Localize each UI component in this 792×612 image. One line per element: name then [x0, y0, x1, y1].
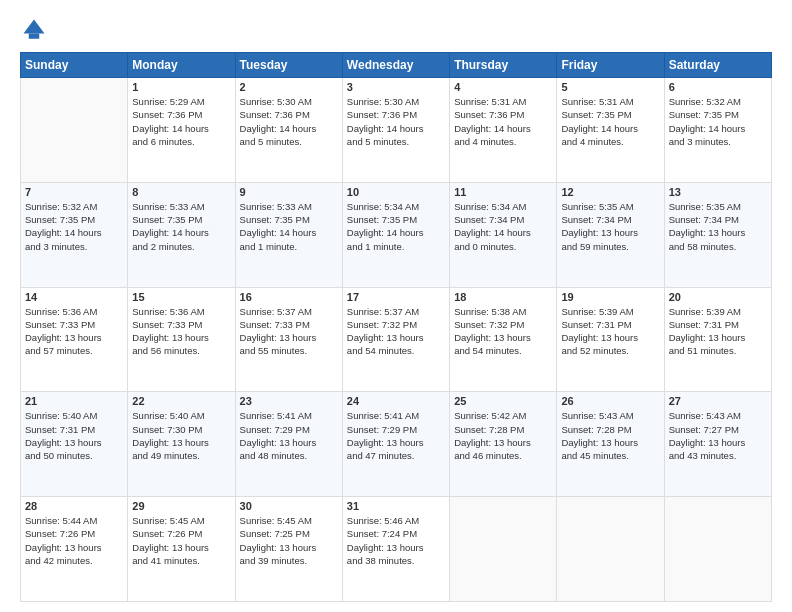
weekday-header-sunday: Sunday	[21, 53, 128, 78]
day-cell: 24Sunrise: 5:41 AM Sunset: 7:29 PM Dayli…	[342, 392, 449, 497]
day-cell: 14Sunrise: 5:36 AM Sunset: 7:33 PM Dayli…	[21, 287, 128, 392]
day-number: 21	[25, 395, 123, 407]
day-info: Sunrise: 5:30 AM Sunset: 7:36 PM Dayligh…	[347, 95, 445, 148]
day-info: Sunrise: 5:41 AM Sunset: 7:29 PM Dayligh…	[240, 409, 338, 462]
day-cell: 26Sunrise: 5:43 AM Sunset: 7:28 PM Dayli…	[557, 392, 664, 497]
day-cell: 22Sunrise: 5:40 AM Sunset: 7:30 PM Dayli…	[128, 392, 235, 497]
day-number: 27	[669, 395, 767, 407]
day-cell: 18Sunrise: 5:38 AM Sunset: 7:32 PM Dayli…	[450, 287, 557, 392]
day-number: 19	[561, 291, 659, 303]
weekday-header-friday: Friday	[557, 53, 664, 78]
day-number: 11	[454, 186, 552, 198]
week-row-1: 1Sunrise: 5:29 AM Sunset: 7:36 PM Daylig…	[21, 78, 772, 183]
day-number: 14	[25, 291, 123, 303]
header	[20, 16, 772, 44]
day-number: 9	[240, 186, 338, 198]
day-info: Sunrise: 5:32 AM Sunset: 7:35 PM Dayligh…	[669, 95, 767, 148]
weekday-header-row: SundayMondayTuesdayWednesdayThursdayFrid…	[21, 53, 772, 78]
day-number: 24	[347, 395, 445, 407]
day-cell: 15Sunrise: 5:36 AM Sunset: 7:33 PM Dayli…	[128, 287, 235, 392]
day-info: Sunrise: 5:40 AM Sunset: 7:31 PM Dayligh…	[25, 409, 123, 462]
day-cell: 13Sunrise: 5:35 AM Sunset: 7:34 PM Dayli…	[664, 182, 771, 287]
day-info: Sunrise: 5:34 AM Sunset: 7:35 PM Dayligh…	[347, 200, 445, 253]
day-cell: 7Sunrise: 5:32 AM Sunset: 7:35 PM Daylig…	[21, 182, 128, 287]
day-number: 10	[347, 186, 445, 198]
day-cell: 19Sunrise: 5:39 AM Sunset: 7:31 PM Dayli…	[557, 287, 664, 392]
day-info: Sunrise: 5:30 AM Sunset: 7:36 PM Dayligh…	[240, 95, 338, 148]
day-info: Sunrise: 5:46 AM Sunset: 7:24 PM Dayligh…	[347, 514, 445, 567]
day-cell: 27Sunrise: 5:43 AM Sunset: 7:27 PM Dayli…	[664, 392, 771, 497]
week-row-3: 14Sunrise: 5:36 AM Sunset: 7:33 PM Dayli…	[21, 287, 772, 392]
day-info: Sunrise: 5:45 AM Sunset: 7:25 PM Dayligh…	[240, 514, 338, 567]
day-info: Sunrise: 5:43 AM Sunset: 7:27 PM Dayligh…	[669, 409, 767, 462]
day-info: Sunrise: 5:41 AM Sunset: 7:29 PM Dayligh…	[347, 409, 445, 462]
day-info: Sunrise: 5:44 AM Sunset: 7:26 PM Dayligh…	[25, 514, 123, 567]
day-info: Sunrise: 5:29 AM Sunset: 7:36 PM Dayligh…	[132, 95, 230, 148]
day-number: 28	[25, 500, 123, 512]
day-number: 26	[561, 395, 659, 407]
day-cell: 3Sunrise: 5:30 AM Sunset: 7:36 PM Daylig…	[342, 78, 449, 183]
day-info: Sunrise: 5:35 AM Sunset: 7:34 PM Dayligh…	[669, 200, 767, 253]
day-cell: 20Sunrise: 5:39 AM Sunset: 7:31 PM Dayli…	[664, 287, 771, 392]
day-info: Sunrise: 5:45 AM Sunset: 7:26 PM Dayligh…	[132, 514, 230, 567]
day-cell: 1Sunrise: 5:29 AM Sunset: 7:36 PM Daylig…	[128, 78, 235, 183]
day-info: Sunrise: 5:38 AM Sunset: 7:32 PM Dayligh…	[454, 305, 552, 358]
day-info: Sunrise: 5:32 AM Sunset: 7:35 PM Dayligh…	[25, 200, 123, 253]
day-cell: 21Sunrise: 5:40 AM Sunset: 7:31 PM Dayli…	[21, 392, 128, 497]
day-number: 5	[561, 81, 659, 93]
day-cell: 17Sunrise: 5:37 AM Sunset: 7:32 PM Dayli…	[342, 287, 449, 392]
day-number: 6	[669, 81, 767, 93]
day-cell: 6Sunrise: 5:32 AM Sunset: 7:35 PM Daylig…	[664, 78, 771, 183]
day-info: Sunrise: 5:36 AM Sunset: 7:33 PM Dayligh…	[25, 305, 123, 358]
day-cell: 5Sunrise: 5:31 AM Sunset: 7:35 PM Daylig…	[557, 78, 664, 183]
day-number: 8	[132, 186, 230, 198]
day-info: Sunrise: 5:33 AM Sunset: 7:35 PM Dayligh…	[132, 200, 230, 253]
day-info: Sunrise: 5:34 AM Sunset: 7:34 PM Dayligh…	[454, 200, 552, 253]
calendar-table: SundayMondayTuesdayWednesdayThursdayFrid…	[20, 52, 772, 602]
day-number: 12	[561, 186, 659, 198]
day-number: 16	[240, 291, 338, 303]
day-info: Sunrise: 5:31 AM Sunset: 7:36 PM Dayligh…	[454, 95, 552, 148]
day-cell: 30Sunrise: 5:45 AM Sunset: 7:25 PM Dayli…	[235, 497, 342, 602]
day-number: 13	[669, 186, 767, 198]
weekday-header-tuesday: Tuesday	[235, 53, 342, 78]
day-cell: 4Sunrise: 5:31 AM Sunset: 7:36 PM Daylig…	[450, 78, 557, 183]
day-info: Sunrise: 5:42 AM Sunset: 7:28 PM Dayligh…	[454, 409, 552, 462]
weekday-header-wednesday: Wednesday	[342, 53, 449, 78]
day-number: 2	[240, 81, 338, 93]
day-info: Sunrise: 5:39 AM Sunset: 7:31 PM Dayligh…	[561, 305, 659, 358]
day-cell	[450, 497, 557, 602]
day-number: 18	[454, 291, 552, 303]
page: SundayMondayTuesdayWednesdayThursdayFrid…	[0, 0, 792, 612]
day-number: 22	[132, 395, 230, 407]
weekday-header-monday: Monday	[128, 53, 235, 78]
day-info: Sunrise: 5:39 AM Sunset: 7:31 PM Dayligh…	[669, 305, 767, 358]
day-cell: 11Sunrise: 5:34 AM Sunset: 7:34 PM Dayli…	[450, 182, 557, 287]
day-cell: 29Sunrise: 5:45 AM Sunset: 7:26 PM Dayli…	[128, 497, 235, 602]
week-row-4: 21Sunrise: 5:40 AM Sunset: 7:31 PM Dayli…	[21, 392, 772, 497]
day-info: Sunrise: 5:31 AM Sunset: 7:35 PM Dayligh…	[561, 95, 659, 148]
day-number: 31	[347, 500, 445, 512]
svg-rect-1	[29, 34, 40, 39]
day-cell: 12Sunrise: 5:35 AM Sunset: 7:34 PM Dayli…	[557, 182, 664, 287]
day-number: 4	[454, 81, 552, 93]
day-cell	[557, 497, 664, 602]
day-cell: 9Sunrise: 5:33 AM Sunset: 7:35 PM Daylig…	[235, 182, 342, 287]
logo-icon	[20, 16, 48, 44]
day-info: Sunrise: 5:37 AM Sunset: 7:32 PM Dayligh…	[347, 305, 445, 358]
day-info: Sunrise: 5:37 AM Sunset: 7:33 PM Dayligh…	[240, 305, 338, 358]
day-cell: 2Sunrise: 5:30 AM Sunset: 7:36 PM Daylig…	[235, 78, 342, 183]
day-number: 30	[240, 500, 338, 512]
day-info: Sunrise: 5:33 AM Sunset: 7:35 PM Dayligh…	[240, 200, 338, 253]
day-cell: 10Sunrise: 5:34 AM Sunset: 7:35 PM Dayli…	[342, 182, 449, 287]
day-cell	[21, 78, 128, 183]
day-number: 3	[347, 81, 445, 93]
day-number: 23	[240, 395, 338, 407]
weekday-header-thursday: Thursday	[450, 53, 557, 78]
day-cell: 31Sunrise: 5:46 AM Sunset: 7:24 PM Dayli…	[342, 497, 449, 602]
day-cell: 8Sunrise: 5:33 AM Sunset: 7:35 PM Daylig…	[128, 182, 235, 287]
week-row-2: 7Sunrise: 5:32 AM Sunset: 7:35 PM Daylig…	[21, 182, 772, 287]
day-cell	[664, 497, 771, 602]
day-info: Sunrise: 5:40 AM Sunset: 7:30 PM Dayligh…	[132, 409, 230, 462]
day-cell: 23Sunrise: 5:41 AM Sunset: 7:29 PM Dayli…	[235, 392, 342, 497]
